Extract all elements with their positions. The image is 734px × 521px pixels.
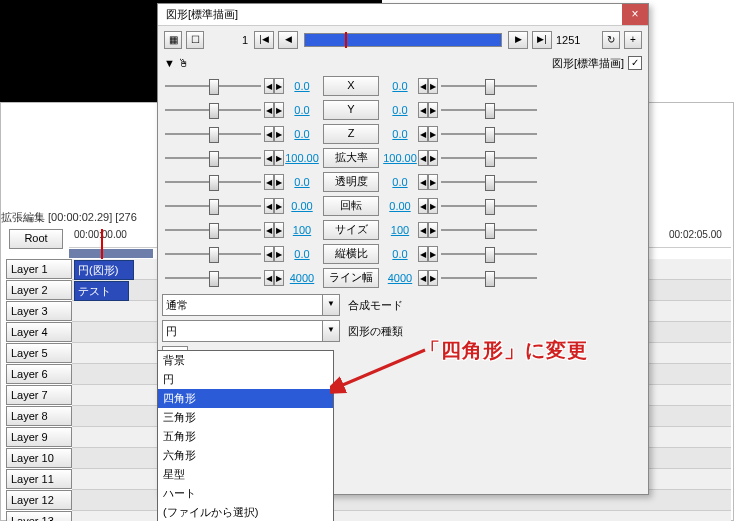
param-stepper-left[interactable]: ◀▶ [264, 246, 284, 262]
param-stepper-right[interactable]: ◀▶ [418, 174, 438, 190]
frame-last-button[interactable]: ▶| [532, 31, 552, 49]
param-value-left[interactable]: 100.00 [284, 152, 320, 164]
param-stepper-left[interactable]: ◀▶ [264, 198, 284, 214]
param-slider-right[interactable] [441, 102, 537, 118]
param-name-button[interactable]: Z [323, 124, 379, 144]
param-name-button[interactable]: Y [323, 100, 379, 120]
param-value-right[interactable]: 0.0 [382, 176, 418, 188]
layer-label[interactable]: Layer 1 [6, 259, 72, 279]
layer-label[interactable]: Layer 12 [6, 490, 72, 510]
layer-label[interactable]: Layer 10 [6, 448, 72, 468]
param-name-button[interactable]: 透明度 [323, 172, 379, 192]
param-name-button[interactable]: サイズ [323, 220, 379, 240]
dropdown-item[interactable]: 三角形 [158, 408, 333, 427]
param-name-button[interactable]: X [323, 76, 379, 96]
param-stepper-left[interactable]: ◀▶ [264, 222, 284, 238]
layer-label[interactable]: Layer 7 [6, 385, 72, 405]
param-stepper-left[interactable]: ◀▶ [264, 102, 284, 118]
param-value-left[interactable]: 0.0 [284, 80, 320, 92]
param-value-right[interactable]: 0.0 [382, 128, 418, 140]
param-value-right[interactable]: 0.0 [382, 104, 418, 116]
param-value-left[interactable]: 0.0 [284, 104, 320, 116]
param-value-left[interactable]: 0.0 [284, 176, 320, 188]
param-slider-right[interactable] [441, 174, 537, 190]
dropdown-item[interactable]: 円 [158, 370, 333, 389]
param-slider-right[interactable] [441, 126, 537, 142]
layer-label[interactable]: Layer 11 [6, 469, 72, 489]
param-stepper-right[interactable]: ◀▶ [418, 222, 438, 238]
frame-slider[interactable] [304, 33, 502, 47]
param-slider-left[interactable] [165, 174, 261, 190]
param-value-left[interactable]: 0.0 [284, 248, 320, 260]
param-value-left[interactable]: 4000 [284, 272, 320, 284]
param-stepper-left[interactable]: ◀▶ [264, 270, 284, 286]
close-button[interactable]: × [622, 4, 648, 25]
layer-label[interactable]: Layer 4 [6, 322, 72, 342]
frame-prev-button[interactable]: ◀ [278, 31, 298, 49]
param-slider-left[interactable] [165, 150, 261, 166]
param-stepper-right[interactable]: ◀▶ [418, 198, 438, 214]
layer-label[interactable]: Layer 5 [6, 343, 72, 363]
dropdown-item[interactable]: ハート [158, 484, 333, 503]
shape-type-combo[interactable]: 円 ▼ [162, 320, 340, 342]
dialog-titlebar[interactable]: 図形[標準描画] × [158, 4, 648, 26]
param-slider-left[interactable] [165, 198, 261, 214]
tool-icon[interactable]: ☐ [186, 31, 204, 49]
dropdown-item[interactable]: 四角形 [158, 389, 333, 408]
param-slider-left[interactable] [165, 126, 261, 142]
frame-next-button[interactable]: ▶ [508, 31, 528, 49]
layer-label[interactable]: Layer 8 [6, 406, 72, 426]
param-stepper-right[interactable]: ◀▶ [418, 150, 438, 166]
param-stepper-left[interactable]: ◀▶ [264, 126, 284, 142]
param-stepper-right[interactable]: ◀▶ [418, 246, 438, 262]
param-name-button[interactable]: 縦横比 [323, 244, 379, 264]
param-slider-right[interactable] [441, 246, 537, 262]
param-value-right[interactable]: 100.00 [382, 152, 418, 164]
param-stepper-left[interactable]: ◀▶ [264, 174, 284, 190]
dropdown-item[interactable]: 星型 [158, 465, 333, 484]
param-slider-left[interactable] [165, 102, 261, 118]
dropdown-item[interactable]: 五角形 [158, 427, 333, 446]
layer-label[interactable]: Layer 2 [6, 280, 72, 300]
param-value-left[interactable]: 0.0 [284, 128, 320, 140]
param-value-right[interactable]: 0.0 [382, 80, 418, 92]
param-stepper-left[interactable]: ◀▶ [264, 78, 284, 94]
dropdown-item[interactable]: 六角形 [158, 446, 333, 465]
param-slider-left[interactable] [165, 222, 261, 238]
enable-checkbox[interactable]: ✓ [628, 56, 642, 70]
param-name-button[interactable]: 拡大率 [323, 148, 379, 168]
param-name-button[interactable]: 回転 [323, 196, 379, 216]
dropdown-item[interactable]: (ファイルから選択) [158, 503, 333, 521]
param-value-right[interactable]: 100 [382, 224, 418, 236]
tool-icon[interactable]: ▦ [164, 31, 182, 49]
param-value-right[interactable]: 4000 [382, 272, 418, 284]
shape-type-dropdown[interactable]: 背景円四角形三角形五角形六角形星型ハート(ファイルから選択) [157, 350, 334, 521]
clip-text[interactable]: テスト [74, 281, 129, 301]
layer-label[interactable]: Layer 13 [6, 511, 72, 521]
layer-label[interactable]: Layer 9 [6, 427, 72, 447]
param-name-button[interactable]: ライン幅 [323, 268, 379, 288]
refresh-icon[interactable]: ↻ [602, 31, 620, 49]
selection-range[interactable] [69, 249, 153, 258]
param-slider-right[interactable] [441, 222, 537, 238]
param-stepper-right[interactable]: ◀▶ [418, 102, 438, 118]
dropdown-item[interactable]: 背景 [158, 351, 333, 370]
param-slider-left[interactable] [165, 270, 261, 286]
param-slider-right[interactable] [441, 270, 537, 286]
param-stepper-right[interactable]: ◀▶ [418, 78, 438, 94]
param-slider-left[interactable] [165, 78, 261, 94]
param-slider-right[interactable] [441, 78, 537, 94]
param-value-right[interactable]: 0.0 [382, 248, 418, 260]
layer-label[interactable]: Layer 6 [6, 364, 72, 384]
chevron-down-icon[interactable]: ▼ [322, 295, 339, 315]
blend-mode-combo[interactable]: 通常 ▼ [162, 294, 340, 316]
frame-first-button[interactable]: |◀ [254, 31, 274, 49]
clip-shape[interactable]: 円(図形) [74, 260, 134, 280]
param-value-right[interactable]: 0.00 [382, 200, 418, 212]
root-button[interactable]: Root [9, 229, 63, 249]
param-value-left[interactable]: 0.00 [284, 200, 320, 212]
layer-label[interactable]: Layer 3 [6, 301, 72, 321]
param-slider-right[interactable] [441, 198, 537, 214]
param-slider-right[interactable] [441, 150, 537, 166]
add-icon[interactable]: + [624, 31, 642, 49]
